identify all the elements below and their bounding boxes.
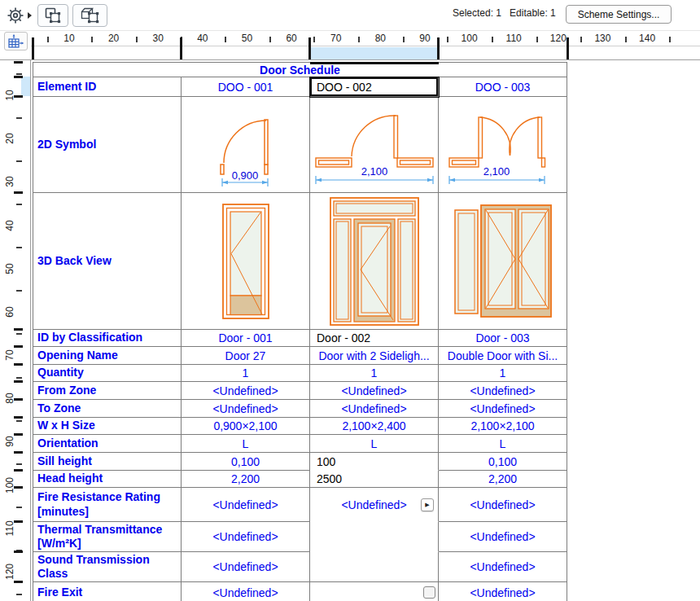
dim-label: 0,900 [231,169,258,182]
ruler-row-boundary-tick [14,581,23,583]
cell-3d-view-door2[interactable] [310,193,439,330]
ruler-origin-button[interactable] [4,32,28,50]
table-cell[interactable]: L [439,435,567,453]
table-cell[interactable]: 0,100 [182,453,310,471]
table-cell[interactable]: <Undefined> [439,582,567,601]
cell-2d-symbol-door1[interactable]: 0,900 [182,97,310,193]
select-marquee-button[interactable] [37,4,68,27]
schedule-data-rows: ID by ClassificationDoor - 001Door - 002… [33,330,567,601]
ruler-column-boundary-tick [308,37,311,59]
ruler-number: 30 [4,173,15,190]
ruler-number: 60 [4,304,15,320]
table-cell[interactable]: <Undefined> [182,382,310,400]
table-cell[interactable]: 1 [182,365,310,382]
table-cell[interactable] [310,552,439,582]
table-cell[interactable]: <Undefined> [439,552,567,582]
table-cell[interactable]: 2,200 [439,471,567,488]
select-elements-button[interactable] [72,4,107,27]
table-cell[interactable]: Double Door with Si... [439,347,567,365]
selection-status: Selected: 1 Editable: 1 [453,0,556,26]
selected-count: Selected: 1 [453,7,501,19]
table-cell[interactable]: <Undefined> [310,400,439,418]
table-cell[interactable]: <Undefined>▶ [310,488,439,522]
ruler-number: 70 [4,347,15,363]
table-cell[interactable]: 1 [310,365,439,382]
table-cell[interactable]: 2500 [310,471,439,488]
table-cell[interactable] [310,522,439,552]
cell-2d-symbol-door3[interactable]: 2,100 [439,97,567,193]
table-cell[interactable]: <Undefined> [182,552,310,582]
row-label: Orientation [33,435,182,453]
dropdown-arrow-icon [27,11,33,20]
fire-exit-checkbox[interactable] [423,586,435,599]
ruler-row-boundary-tick [14,486,23,489]
scheme-settings-button[interactable]: Scheme Settings... [566,5,672,24]
table-cell[interactable]: 1 [439,365,567,382]
table-cell[interactable]: <Undefined> [310,382,439,400]
settings-gear-button[interactable] [6,5,35,26]
row-label: Fire Exit [33,582,182,601]
table-cell[interactable]: 2,200 [182,471,310,488]
table-cell[interactable]: 0,100 [439,453,567,471]
table-cell[interactable]: <Undefined> [182,582,310,601]
table-cell[interactable]: <Undefined> [182,522,310,552]
table-title: Door Schedule [33,63,567,77]
ruler-column-boundary-tick [180,37,182,59]
ruler-column-boundary-tick [32,37,34,59]
header-cell-doo-002-selected[interactable]: DOO - 002 [310,77,439,97]
row-label: From Zone [33,382,182,400]
ruler-number: 120 [550,33,567,44]
row-3d-back-view: 3D Back View [33,193,567,330]
table-cell[interactable]: 2,100×2,400 [310,418,439,435]
door-2d-plan-single-icon: 0,900 [217,117,274,191]
table-cell[interactable]: Door - 003 [439,330,567,347]
table-cell[interactable]: <Undefined> [439,488,567,522]
ruler-number: 40 [197,33,208,44]
select-marquee-icon [44,7,62,24]
door-3d-double-icon [454,204,552,318]
table-cell[interactable]: 0,900×2,100 [182,418,310,435]
table-row: From Zone<Undefined><Undefined><Undefine… [33,382,567,400]
table-cell[interactable] [310,582,439,601]
header-cell-doo-003[interactable]: DOO - 003 [439,77,567,97]
table-cell[interactable]: <Undefined> [439,522,567,552]
ruler-row-boundary-tick [14,551,23,553]
table-cell[interactable]: L [310,435,439,453]
row-label: Quantity [33,365,182,382]
row-label: Thermal Transmittance [W/m²K] [33,522,182,552]
ruler-tick [358,37,360,42]
ruler-row-boundary-tick [14,416,23,419]
table-cell[interactable]: <Undefined> [439,400,567,418]
ruler-number: 90 [4,433,15,450]
table-cell[interactable]: <Undefined> [439,382,567,400]
table-cell[interactable]: L [182,435,310,453]
ruler-tick [403,37,405,42]
table-row: Quantity111 [33,365,567,382]
ruler-row-boundary-tick [14,469,23,472]
table-cell[interactable]: Door - 002 [310,330,439,347]
table-row: Fire Resistance Rating [minutes]<Undefin… [33,488,567,522]
table-row: Head height2,20025002,200 [33,471,567,488]
popup-arrow-button[interactable]: ▶ [421,498,434,511]
ruler-column-boundary-tick [437,37,440,59]
table-cell[interactable]: Door with 2 Sideligh... [310,347,439,365]
table-row: Sill height0,1001000,100 [33,453,567,471]
table-cell[interactable]: Door 27 [182,347,310,365]
table-cell[interactable]: <Undefined> [182,488,310,522]
cell-3d-view-door1[interactable] [182,193,310,330]
ruler-tick [269,37,271,42]
ruler-tick [16,420,22,422]
table-cell[interactable]: Door - 001 [182,330,310,347]
ruler-row-boundary-tick [14,380,23,383]
header-cell-doo-001[interactable]: DOO - 001 [182,77,310,97]
cell-2d-symbol-door2[interactable]: 2,100 [310,97,439,193]
ruler-row-boundary-tick [14,363,23,366]
table-cell[interactable]: 100 [310,453,439,471]
settings-gear-icon [6,6,25,25]
row-label-3d-back-view: 3D Back View [33,193,182,330]
cell-3d-view-door3[interactable] [439,193,567,330]
table-cell[interactable]: <Undefined> [182,400,310,418]
ruler-number: 80 [375,33,386,44]
table-cell[interactable]: 2,100×2,100 [439,418,567,435]
ruler-row-boundary-tick [14,433,23,436]
